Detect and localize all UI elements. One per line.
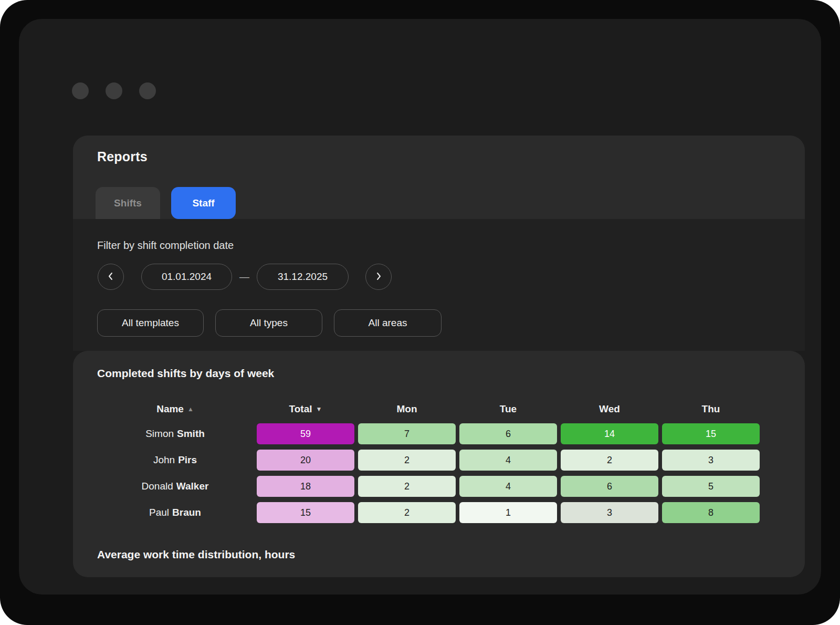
first-name: Simon: [145, 428, 174, 440]
column-header-total-label: Total: [289, 403, 312, 415]
column-header-name-label: Name: [156, 403, 184, 415]
all-types-button[interactable]: All types: [215, 309, 322, 337]
total-cell: 59: [257, 423, 354, 444]
page: Reports Shifts Staff Filter by shift com…: [0, 0, 840, 625]
date-to-input[interactable]: 31.12.2025: [257, 264, 349, 290]
first-name: John: [153, 454, 175, 466]
date-from-input[interactable]: 01.01.2024: [141, 264, 232, 290]
window-dot-icon: [72, 82, 89, 99]
day-cell-thu: 5: [662, 476, 760, 497]
reports-header-card: Reports Shifts Staff: [73, 136, 805, 219]
last-name: Smith: [177, 428, 205, 440]
chevron-right-icon: [375, 272, 382, 282]
day-cell-tue: 1: [459, 502, 557, 523]
chevron-left-icon: [107, 272, 114, 282]
date-range-row: 01.01.2024 — 31.12.2025: [98, 264, 392, 290]
row-name: Donald Walker: [97, 476, 253, 497]
row-name: Simon Smith: [97, 423, 253, 444]
report-table-card: Completed shifts by days of week Name ▲ …: [73, 351, 805, 577]
column-header-wed: Wed: [561, 400, 658, 418]
window-dot-icon: [106, 82, 122, 99]
day-cell-thu: 8: [662, 502, 760, 523]
sort-asc-icon: ▲: [187, 405, 194, 413]
column-header-thu: Thu: [662, 400, 760, 418]
last-name: Pirs: [178, 454, 197, 466]
row-name: John Pirs: [97, 450, 253, 471]
day-cell-thu: 3: [662, 450, 760, 471]
day-cell-mon: 2: [358, 502, 456, 523]
shifts-by-day-table: Name ▲ Total ▼ Mon Tue Wed Thu Simon Smi…: [97, 400, 760, 523]
column-header-mon: Mon: [358, 400, 456, 418]
day-cell-mon: 2: [358, 450, 456, 471]
day-cell-wed: 3: [561, 502, 658, 523]
total-cell: 15: [257, 502, 354, 523]
next-date-range-button[interactable]: [365, 264, 392, 290]
prev-date-range-button[interactable]: [98, 264, 124, 290]
first-name: Paul: [149, 507, 169, 518]
column-header-name[interactable]: Name ▲: [97, 400, 253, 418]
tab-shifts[interactable]: Shifts: [96, 187, 160, 219]
first-name: Donald: [142, 481, 173, 492]
total-cell: 18: [257, 476, 354, 497]
section-title: Completed shifts by days of week: [97, 367, 274, 380]
total-cell: 20: [257, 450, 354, 471]
window-controls: [72, 82, 156, 99]
all-templates-button[interactable]: All templates: [97, 309, 204, 337]
tab-staff[interactable]: Staff: [171, 187, 236, 219]
column-header-total[interactable]: Total ▼: [257, 400, 354, 418]
filter-label: Filter by shift completion date: [97, 239, 234, 252]
date-range-separator: —: [239, 271, 249, 283]
day-cell-wed: 2: [561, 450, 658, 471]
day-cell-tue: 4: [459, 476, 557, 497]
day-cell-mon: 2: [358, 476, 456, 497]
page-title: Reports: [97, 149, 148, 164]
avg-work-time-title: Average work time distribution, hours: [97, 548, 295, 561]
day-cell-mon: 7: [358, 423, 456, 444]
day-cell-tue: 4: [459, 450, 557, 471]
last-name: Walker: [176, 481, 209, 492]
row-name: Paul Braun: [97, 502, 253, 523]
filter-buttons-row: All templates All types All areas: [97, 309, 442, 337]
last-name: Braun: [172, 507, 201, 518]
app-window-frame: Reports Shifts Staff Filter by shift com…: [0, 0, 840, 625]
filter-section: Filter by shift completion date 01.01.20…: [73, 219, 805, 351]
report-tabs: Shifts Staff: [96, 187, 236, 219]
all-areas-button[interactable]: All areas: [334, 309, 442, 337]
app-surface: Reports Shifts Staff Filter by shift com…: [19, 19, 821, 595]
day-cell-wed: 14: [561, 423, 658, 444]
sort-desc-icon: ▼: [316, 405, 322, 413]
window-dot-icon: [139, 82, 156, 99]
column-header-tue: Tue: [459, 400, 557, 418]
day-cell-thu: 15: [662, 423, 760, 444]
day-cell-tue: 6: [459, 423, 557, 444]
day-cell-wed: 6: [561, 476, 658, 497]
